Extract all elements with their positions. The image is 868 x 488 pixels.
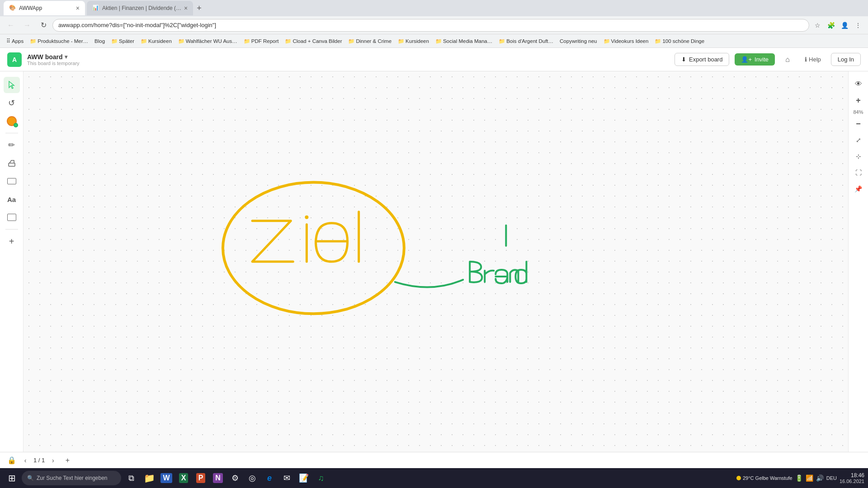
pin-button[interactable]: 📌 [851, 182, 866, 196]
tab-title-aktien: Aktien | Finanzen | Dividende (… [102, 5, 181, 11]
bookmark-dinner[interactable]: 📁 Dinner & Crime [345, 37, 394, 45]
shape-tool-button[interactable] [4, 173, 20, 189]
add-page-button[interactable]: + [62, 455, 73, 466]
bookmark-apps[interactable]: ⠿ Apps [4, 37, 26, 45]
taskbar-settings[interactable]: ⚙ [227, 470, 243, 486]
toolbar-divider [5, 133, 18, 133]
powerpoint-icon: P [196, 473, 206, 483]
taskbar-notes[interactable]: 📝 [296, 470, 312, 486]
canvas-area[interactable] [24, 71, 848, 452]
bookmark-produktsuche[interactable]: 📁 Produktsuche - Mer… [27, 37, 91, 45]
taskbar-search[interactable]: 🔍 Zur Suche Text hier eingeben [22, 471, 121, 485]
fit-screen-button[interactable]: ⛶ [851, 165, 866, 180]
login-button[interactable]: Log In [831, 53, 861, 66]
bookmark-bois[interactable]: 📁 Bois d'Argent Duft… [496, 37, 556, 45]
taskbar-chrome[interactable]: ◎ [244, 470, 260, 486]
prev-page-button[interactable]: ‹ [20, 455, 31, 466]
mail-icon: ✉ [283, 473, 290, 483]
expand-button[interactable]: ⤢ [851, 133, 866, 147]
tab-favicon-aktien: 📊 [92, 5, 99, 12]
eraser-tool-button[interactable] [4, 155, 20, 171]
network-icon: 📶 [806, 474, 813, 482]
taskbar-powerpoint[interactable]: P [193, 470, 209, 486]
onenote-icon: N [213, 473, 223, 483]
plus-icon: + [856, 96, 861, 105]
image-tool-button[interactable] [4, 209, 20, 225]
minus-icon: − [856, 119, 861, 129]
tab-title-awwapp: AWWApp [19, 5, 73, 11]
taskbar-file-explorer[interactable]: 📁 [141, 470, 157, 486]
zoom-level-label: 84% [853, 109, 863, 115]
folder-icon-kursideen1: 📁 [141, 38, 147, 44]
select-tool-button[interactable] [4, 77, 20, 93]
bookmark-100[interactable]: 📁 100 schöne Dinge [652, 37, 707, 45]
tab-aktien[interactable]: 📊 Aktien | Finanzen | Dividende (… × [87, 1, 193, 15]
next-page-button[interactable]: › [47, 455, 58, 466]
taskbar-edge[interactable]: e [261, 470, 278, 486]
address-bar[interactable] [52, 19, 809, 32]
taskbar-mail[interactable]: ✉ [278, 470, 295, 486]
add-page-icon: + [66, 456, 70, 465]
zoom-in-button[interactable]: + [851, 93, 866, 108]
taskbar-taskview[interactable]: ⧉ [123, 470, 139, 486]
back-button[interactable]: ← [4, 18, 18, 33]
profile-icon[interactable]: 👤 [838, 19, 851, 32]
left-toolbar: ↺ ✏ [0, 71, 24, 452]
tab-awwapp[interactable]: 🎨 AWWApp × [4, 1, 85, 15]
bookmark-pdf[interactable]: 📁 PDF Report [241, 37, 282, 45]
taskbar-system-tray: 29°C Gelbe Warnstufe 🔋 📶 🔊 DEU 18:46 16.… [736, 472, 864, 484]
tab-close-awwapp[interactable]: × [76, 5, 80, 12]
eye-icon: 👁 [855, 80, 862, 88]
new-tab-button[interactable]: + [195, 2, 203, 15]
taskbar-excel[interactable]: X [175, 470, 192, 486]
folder-icon-videokurs: 📁 [604, 38, 610, 44]
color-picker-button[interactable] [4, 113, 20, 129]
bookmark-copy[interactable]: Copywriting neu [557, 38, 599, 45]
start-button[interactable]: ⊞ [4, 470, 20, 486]
bookmark-cload[interactable]: 📁 Cload + Canva Bilder [282, 37, 344, 45]
bookmark-icon[interactable]: ☆ [811, 19, 824, 32]
bookmark-blog[interactable]: Blog [92, 38, 108, 45]
taskbar-spotify[interactable]: ♫ [313, 470, 329, 486]
transform-button[interactable]: ⊹ [851, 149, 866, 164]
text-tool-button[interactable]: Aa [4, 191, 20, 207]
word-icon: W [160, 473, 172, 483]
undo-button[interactable]: ↺ [4, 95, 20, 111]
weather-badge: 29°C Gelbe Warnstufe [736, 475, 793, 481]
menu-icon[interactable]: ⋮ [852, 19, 864, 32]
bookmark-kursideen1[interactable]: 📁 Kursideen [138, 37, 175, 45]
aww-logo: A [7, 52, 22, 67]
browser-titlebar: 🎨 AWWApp × 📊 Aktien | Finanzen | Dividen… [0, 0, 868, 16]
eye-button[interactable]: 👁 [851, 77, 866, 91]
invite-icon: 👤+ [741, 56, 752, 63]
svg-rect-0 [9, 163, 15, 166]
help-button[interactable]: ℹ Help [800, 54, 826, 65]
board-name[interactable]: AWW board ▾ [27, 53, 80, 61]
invite-button[interactable]: 👤+ Invite [735, 53, 775, 66]
folder-icon-spater: 📁 [111, 38, 118, 44]
taskbar-word[interactable]: W [158, 470, 175, 486]
export-board-button[interactable]: ⬇ Export board [675, 53, 729, 66]
lock-icon: 🔒 [7, 456, 16, 465]
add-icon: + [9, 236, 14, 247]
zoom-out-button[interactable]: − [851, 117, 866, 131]
home-icon-button[interactable]: ⌂ [780, 52, 795, 67]
svg-point-1 [223, 183, 404, 314]
bookmark-spater[interactable]: 📁 Später [108, 37, 137, 45]
bookmark-videokurs[interactable]: 📁 Videokurs Ideen [601, 37, 651, 45]
pen-tool-button[interactable]: ✏ [4, 137, 20, 153]
add-tool-button[interactable]: + [4, 233, 20, 249]
edge-icon: e [267, 474, 272, 483]
taskbar-onenote[interactable]: N [210, 470, 226, 486]
bookmark-social[interactable]: 📁 Social Media Mana… [433, 37, 495, 45]
tab-close-aktien[interactable]: × [184, 5, 188, 12]
folder-icon: 📁 [30, 38, 36, 44]
forward-button[interactable]: → [20, 18, 34, 33]
bookmark-wahlf[interactable]: 📁 Wahlfächer WU Aus… [175, 37, 240, 45]
board-name-section: AWW board ▾ This board is temporary [27, 53, 80, 66]
excel-icon: X [179, 473, 189, 483]
bookmark-kursideen2[interactable]: 📁 Kursideen [395, 37, 432, 45]
fit-icon: ⛶ [855, 169, 862, 176]
extensions-icon[interactable]: 🧩 [825, 19, 837, 32]
reload-button[interactable]: ↻ [36, 18, 51, 33]
